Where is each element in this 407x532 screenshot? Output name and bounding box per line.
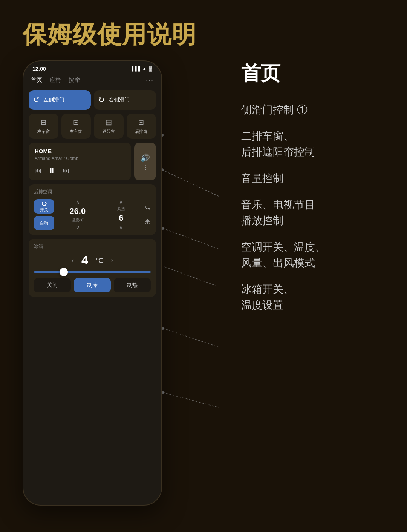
- right-window-btn[interactable]: ⊟ 右车窗: [61, 114, 91, 139]
- ac-power-btn[interactable]: ⏻ 开关: [34, 199, 54, 214]
- left-window-btn[interactable]: ⊟ 左车窗: [29, 114, 58, 139]
- page-title: 保姆级使用说明: [23, 18, 197, 51]
- status-time: 12:00: [32, 66, 46, 72]
- ac-mode-label: 自动: [40, 220, 48, 226]
- fridge-temp-row: ‹ 4 ℃ ›: [34, 254, 151, 268]
- ac-section: 后排空调 ⏻ 开关 自动 ∧ 26.0 温度/℃: [29, 184, 156, 235]
- ac-power-label: 开关: [40, 207, 48, 213]
- power-icon: ⏻: [41, 200, 47, 206]
- right-window-label: 右车窗: [70, 129, 82, 134]
- svg-line-4: [163, 328, 219, 347]
- ac-power-col: ⏻ 开关 自动: [34, 199, 54, 230]
- ac-fan-value: 6: [119, 213, 123, 223]
- fridge-temp-value: 4: [81, 254, 88, 268]
- annotation-fridge: 冰箱开关、温度设置: [241, 281, 384, 313]
- phone-frame: 12:00 ▐▐▐ ▲ ▓ 首页 座椅 按摩 ··· ↺ 左侧滑门: [23, 60, 162, 506]
- fridge-slider-track: [34, 271, 151, 273]
- nav-tabs: 首页 座椅 按摩 ···: [23, 75, 161, 87]
- volume-btn[interactable]: 🔊: [134, 143, 156, 180]
- fridge-temp-unit: ℃: [96, 257, 103, 265]
- ac-controls: ⏻ 开关 自动 ∧ 26.0 温度/℃ ∨ ∧: [34, 199, 151, 231]
- svg-line-2: [163, 228, 219, 249]
- annotation-doors: 侧滑门控制 ①: [241, 102, 384, 118]
- sunshade-btn[interactable]: ▤ 遮阳帘: [94, 114, 124, 139]
- fan-down-btn[interactable]: ∨: [119, 224, 123, 231]
- vol-dot-3: [145, 169, 146, 170]
- volume-dots: [145, 165, 146, 170]
- fridge-temp-up-btn[interactable]: ›: [111, 257, 113, 264]
- battery-icon: ▓: [149, 66, 152, 71]
- right-window-icon: ⊟: [73, 118, 79, 126]
- wifi-icon: ▲: [142, 66, 147, 71]
- vol-dot-2: [145, 167, 146, 168]
- left-window-icon: ⊟: [41, 118, 46, 126]
- ac-mode-btn[interactable]: 自动: [34, 216, 54, 230]
- music-title: HOME: [35, 148, 125, 154]
- annotations: 首页 侧滑门控制 ① 二排车窗、后排遮阳帘控制 音量控制 音乐、电视节目播放控制…: [241, 60, 384, 324]
- tab-seat[interactable]: 座椅: [50, 77, 61, 84]
- fridge-off-btn[interactable]: 关闭: [34, 278, 71, 292]
- phone-container: 12:00 ▐▐▐ ▲ ▓ 首页 座椅 按摩 ··· ↺ 左侧滑门: [23, 60, 162, 506]
- left-door-btn[interactable]: ↺ 左侧滑门: [29, 90, 91, 110]
- ac-fan-col: ∧ 风挡 6 ∨: [101, 199, 142, 231]
- svg-line-1: [162, 170, 219, 196]
- annotation-media: 音乐、电视节目播放控制: [241, 197, 384, 229]
- ac-label: 后排空调: [34, 189, 151, 195]
- music-player: HOME Armand Amar / Gomb ⏮ ⏸ ⏭ 🔊: [29, 143, 156, 180]
- music-info: HOME Armand Amar / Gomb ⏮ ⏸ ⏭: [29, 143, 131, 180]
- sunshade-icon: ▤: [106, 118, 112, 126]
- annotation-volume: 音量控制: [241, 171, 384, 186]
- right-door-btn[interactable]: ↻ 右侧滑门: [94, 90, 156, 110]
- pause-btn[interactable]: ⏸: [48, 166, 56, 175]
- fridge-temp-down-btn[interactable]: ‹: [72, 257, 74, 264]
- temp-down-btn[interactable]: ∨: [76, 224, 80, 231]
- fridge-cool-btn[interactable]: 制冷: [74, 278, 111, 292]
- rear-window-btn[interactable]: ⊟ 后排窗: [127, 114, 156, 139]
- annotation-ac: 空调开关、温度、风量、出风模式: [241, 239, 384, 271]
- fridge-slider-thumb[interactable]: [60, 268, 68, 276]
- windows-row: ⊟ 左车窗 ⊟ 右车窗 ▤ 遮阳帘 ⊟ 后排窗: [29, 114, 156, 139]
- svg-line-5: [163, 392, 219, 407]
- doors-row: ↺ 左侧滑门 ↻ 右侧滑门: [29, 90, 156, 110]
- music-controls: ⏮ ⏸ ⏭: [35, 166, 125, 175]
- status-bar: 12:00 ▐▐▐ ▲ ▓: [23, 61, 161, 75]
- left-door-icon: ↺: [33, 95, 40, 105]
- fridge-heat-btn[interactable]: 制热: [114, 278, 151, 292]
- ac-fan-label: 风挡: [117, 206, 125, 212]
- signal-icon: ▐▐▐: [130, 66, 140, 71]
- fridge-buttons: 关闭 制冷 制热: [34, 278, 151, 292]
- sunshade-label: 遮阳帘: [103, 129, 115, 134]
- temp-up-btn[interactable]: ∧: [76, 199, 80, 205]
- rear-window-icon: ⊟: [138, 118, 144, 126]
- left-door-label: 左侧滑门: [43, 97, 64, 103]
- prev-btn[interactable]: ⏮: [35, 167, 41, 175]
- fan-up-btn[interactable]: ∧: [119, 199, 123, 205]
- right-door-label: 右侧滑门: [109, 97, 130, 103]
- tab-home[interactable]: 首页: [31, 77, 42, 84]
- ac-temp-value: 26.0: [69, 206, 86, 216]
- next-btn[interactable]: ⏭: [63, 167, 69, 175]
- status-icons: ▐▐▐ ▲ ▓: [130, 66, 152, 71]
- vol-dot-1: [145, 165, 146, 166]
- tab-massage[interactable]: 按摩: [69, 77, 80, 84]
- ac-temp-unit: 温度/℃: [72, 218, 84, 223]
- left-window-label: 左车窗: [37, 129, 50, 134]
- volume-icon: 🔊: [141, 153, 150, 162]
- ac-wind-mode-icon[interactable]: ⤿: [144, 203, 151, 212]
- rear-window-label: 后排窗: [135, 129, 147, 134]
- annotation-windows: 二排车窗、后排遮阳帘控制: [241, 128, 384, 160]
- right-door-icon: ↻: [98, 95, 105, 105]
- nav-more[interactable]: ···: [146, 76, 154, 84]
- music-artist: Armand Amar / Gomb: [35, 156, 125, 161]
- section-title: 首页: [241, 60, 384, 87]
- phone-content: ↺ 左侧滑门 ↻ 右侧滑门 ⊟ 左车窗 ⊟ 右车窗: [23, 87, 161, 300]
- fridge-section: 冰箱 ‹ 4 ℃ › 关闭 制冷 制热: [29, 239, 156, 297]
- ac-temp-col: ∧ 26.0 温度/℃ ∨: [57, 199, 98, 231]
- ac-fan-mode-icon[interactable]: ✳: [144, 217, 151, 226]
- fridge-label: 冰箱: [34, 243, 151, 250]
- ac-mode-col: ⤿ ✳: [144, 203, 151, 226]
